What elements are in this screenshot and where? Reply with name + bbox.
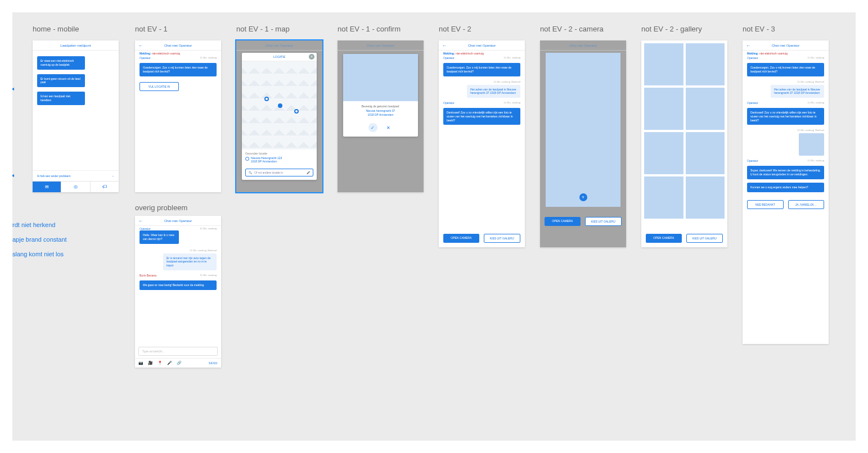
tab-mail[interactable]: ✉ bbox=[33, 182, 61, 192]
design-canvas[interactable]: ◂ ◂ rdt niet herkend apje brand constant… bbox=[12, 12, 856, 441]
chat-title: Chat met Operator bbox=[164, 44, 192, 47]
send-button[interactable]: SEND bbox=[209, 361, 218, 365]
no-thanks-button[interactable]: NEE BEDANKT bbox=[747, 200, 784, 209]
yes-namely-button[interactable]: JA, NAMELIJK… bbox=[788, 200, 825, 209]
frame-nev2-gallery[interactable]: OPEN CAMERA KIES UIT GALERIJ bbox=[641, 40, 727, 247]
user-bubble-address: Het adres van de laadpaal is Nieuwe here… bbox=[771, 85, 824, 98]
operator-bubble-thanks: Dankuwel! Zou u zo vriendelijk willen zi… bbox=[747, 108, 824, 125]
chat-toolbar: 📷 🎥 📍 🎤 🔗 SEND bbox=[135, 358, 221, 368]
open-camera-button[interactable]: OPEN CAMERA bbox=[443, 234, 479, 243]
back-icon[interactable]: ← bbox=[138, 218, 143, 224]
attach-icon[interactable]: 🔗 bbox=[177, 361, 182, 365]
back-icon[interactable]: ← bbox=[746, 43, 751, 48]
page-title: Laadpalen meldpunt bbox=[33, 40, 119, 51]
chat-header: ← Chat met Operator bbox=[439, 40, 525, 51]
operator-bubble-super: Super, dankuwel! We nemen de melding in … bbox=[747, 166, 824, 179]
chat-header-dim: Chat met Operator bbox=[338, 40, 424, 51]
frame-label-nev3: not EV - 3 bbox=[743, 25, 775, 33]
frame-label-nev2gal: not EV - 2 - gallery bbox=[641, 25, 702, 33]
confirm-yes-button[interactable]: ✓ bbox=[368, 123, 377, 132]
map-title: LOCATIE × bbox=[242, 53, 317, 61]
frame-label-nev2cam: not EV - 2 - camera bbox=[540, 25, 604, 33]
tag-icon: 🏷 bbox=[102, 184, 107, 189]
chat-title: Chat met Operator bbox=[164, 219, 192, 223]
arrow-right-icon: → bbox=[111, 174, 114, 178]
melding-line: Melding: niet-elektrisch voertuig bbox=[135, 51, 221, 55]
choose-gallery-button[interactable]: KIES UIT GALERIJ bbox=[686, 234, 723, 243]
vul-locatie-button[interactable]: VUL LOCATIE IN bbox=[140, 82, 179, 91]
open-camera-button[interactable]: OPEN CAMERA bbox=[545, 217, 581, 226]
gallery-thumb[interactable] bbox=[644, 88, 683, 130]
choose-gallery-button[interactable]: KIES UIT GALERIJ bbox=[484, 234, 521, 243]
chat-header: ← Chat met Operator bbox=[135, 40, 221, 51]
other-problem-link[interactable]: Ik heb een ander probleem → bbox=[33, 170, 119, 181]
map-surface[interactable] bbox=[242, 61, 317, 150]
frame-nev2-camera[interactable]: Chat met Operator + OPEN CAMERA KIES UIT… bbox=[540, 40, 626, 247]
mail-icon: ✉ bbox=[45, 184, 49, 189]
loose-link-2[interactable]: apje brand constant bbox=[12, 236, 67, 243]
frame-home[interactable]: Laadpalen meldpunt Er staat een niet-ele… bbox=[33, 40, 119, 192]
frame-nev1[interactable]: ← Chat met Operator Melding: niet-elektr… bbox=[135, 40, 221, 192]
chat-input[interactable]: Type uw bericht… bbox=[138, 347, 218, 356]
chat-title: Chat met Operator bbox=[772, 44, 800, 47]
location-icon[interactable]: 📍 bbox=[158, 361, 163, 365]
gallery-thumb[interactable] bbox=[644, 132, 683, 174]
frame-label-nev1map: not EV - 1 - map bbox=[236, 25, 290, 33]
gallery-thumb[interactable] bbox=[686, 176, 725, 219]
home-option-3[interactable]: Ik kan een laadpaal niet bereiken bbox=[37, 92, 85, 105]
tab-compass[interactable]: ◎ bbox=[61, 182, 90, 192]
camera-icon[interactable]: 📷 bbox=[138, 361, 143, 365]
operator-bubble-helpmore: Kunnen we u nog ergens anders mee helpen… bbox=[747, 183, 824, 192]
gallery-thumb[interactable] bbox=[644, 43, 683, 85]
map-pin-2[interactable] bbox=[294, 109, 299, 114]
gallery-thumb[interactable] bbox=[644, 176, 683, 219]
gallery-thumb[interactable] bbox=[686, 132, 725, 174]
mic-icon[interactable]: 🎤 bbox=[167, 361, 172, 365]
found-address[interactable]: Nieuwe Herengracht 1231018 DP Amsterdam bbox=[245, 155, 313, 164]
gallery-thumb[interactable] bbox=[686, 88, 725, 130]
home-option-1[interactable]: Er staat een niet-elektrisch voertuig op… bbox=[37, 56, 85, 70]
confirm-modal: Bevestig de gekozen laadpaal: Nieuwe her… bbox=[343, 54, 418, 137]
home-option-2[interactable]: Er komt geen stroom uit de laad paal bbox=[37, 74, 85, 88]
frame-label-nev2: not EV - 2 bbox=[439, 25, 471, 33]
camera-viewfinder[interactable]: + bbox=[546, 53, 620, 207]
confirm-address: Nieuwe herengracht 371018 DP Amsterdam bbox=[347, 109, 415, 116]
loose-link-1[interactable]: rdt niet herkend bbox=[12, 221, 55, 228]
edge-arrow: ◂ bbox=[12, 85, 14, 92]
operator-bubble-thanks: Dankuwel! Zou u zo vriendelijk willen zi… bbox=[443, 108, 520, 125]
operator-bubble-greeting: Goedemorgen. Zou u mij kunnen laten zien… bbox=[747, 63, 824, 76]
sent-photo-thumb[interactable] bbox=[799, 133, 824, 156]
close-icon[interactable]: × bbox=[309, 54, 314, 60]
operator-bubble-hello: Hallo. Waar kan ik u mee van dienst zijn… bbox=[140, 230, 179, 244]
search-icon: 🔍 bbox=[249, 171, 252, 174]
tab-tag[interactable]: 🏷 bbox=[91, 182, 119, 192]
found-block: Gevonden locatie Nieuwe Herengracht 1231… bbox=[242, 150, 317, 166]
back-icon[interactable]: ← bbox=[442, 43, 447, 48]
frame-nev2[interactable]: ← Chat met Operator Melding: niet-elektr… bbox=[439, 40, 525, 247]
frame-overig[interactable]: ←Chat met Operator Operator11:20u. vanda… bbox=[135, 216, 221, 368]
back-icon[interactable]: ← bbox=[138, 43, 143, 48]
loose-link-3[interactable]: slang komt niet los bbox=[12, 251, 64, 257]
compass-icon: ◎ bbox=[74, 184, 78, 189]
map-search[interactable]: 🔍 Of vul andere locatie in 🎤 bbox=[245, 169, 313, 176]
search-placeholder: Of vul andere locatie in bbox=[254, 171, 283, 174]
shutter-button[interactable]: + bbox=[579, 193, 587, 201]
map-modal: LOCATIE × Gevonden locatie Nieuwe Hereng… bbox=[242, 53, 317, 180]
frame-nev1-map[interactable]: Chat met Operator LOCATIE × Gevonden loc… bbox=[236, 40, 322, 192]
choose-gallery-button[interactable]: KIES UIT GALERIJ bbox=[585, 217, 622, 226]
other-problem-text: Ik heb een ander probleem bbox=[37, 174, 71, 178]
operator-bubble-greeting: Goedemorgen. Zou u mij kunnen laten zien… bbox=[443, 63, 520, 76]
frame-nev3[interactable]: ←Chat met Operator Melding: niet-elektri… bbox=[743, 40, 829, 344]
user-bubble-problem: Er is iemand met zijn auto tegen de laad… bbox=[163, 253, 217, 270]
confirm-no-button[interactable]: ✕ bbox=[384, 123, 393, 132]
open-camera-button[interactable]: OPEN CAMERA bbox=[646, 234, 682, 243]
gallery-thumb[interactable] bbox=[686, 43, 725, 85]
map-pin-selected[interactable] bbox=[278, 103, 282, 108]
confirm-question: Bevestig de gekozen laadpaal: bbox=[347, 105, 415, 108]
video-icon[interactable]: 🎥 bbox=[148, 361, 153, 365]
map-pin-1[interactable] bbox=[264, 97, 269, 101]
operator-bubble-ack: We gaan er mee bezig! Bedankt voor de me… bbox=[140, 280, 217, 290]
gallery-grid bbox=[641, 40, 727, 221]
frame-nev1-confirm[interactable]: Chat met Operator Bevestig de gekozen la… bbox=[338, 40, 424, 192]
mic-icon[interactable]: 🎤 bbox=[307, 171, 310, 174]
